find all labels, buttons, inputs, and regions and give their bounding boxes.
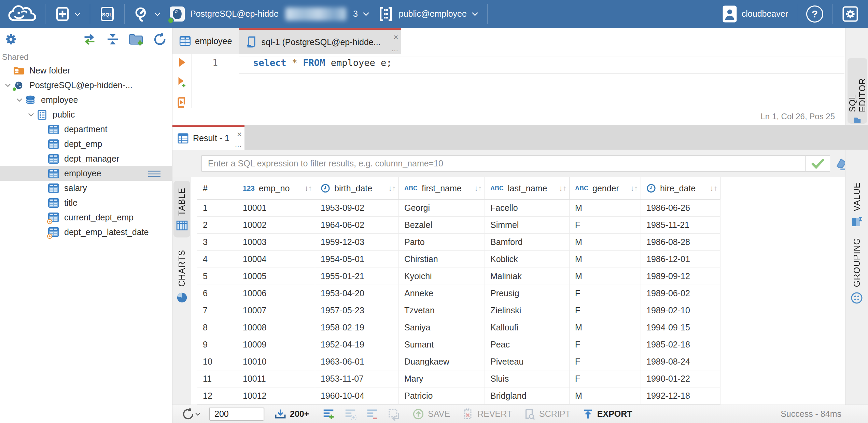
data-cell[interactable]: 1954-05-01 xyxy=(315,251,399,268)
tree-item-public[interactable]: public xyxy=(0,107,172,122)
data-cell[interactable]: 10006 xyxy=(237,285,315,302)
data-cell[interactable]: F xyxy=(570,217,641,234)
row-index-cell[interactable]: 8 xyxy=(197,319,237,336)
data-cell[interactable]: 1963-06-01 xyxy=(315,353,399,370)
close-icon[interactable]: × xyxy=(394,33,398,41)
data-cell[interactable]: M xyxy=(570,319,641,336)
data-cell[interactable]: Tzvetan xyxy=(399,302,485,319)
data-cell[interactable]: 1990-01-22 xyxy=(641,370,720,387)
tab-result-1[interactable]: Result - 1 × ... xyxy=(172,125,244,150)
data-cell[interactable]: 1959-12-03 xyxy=(315,234,399,251)
data-cell[interactable]: 10012 xyxy=(237,387,315,405)
data-cell[interactable]: Duangkaew xyxy=(399,353,485,370)
expander-chevron-icon[interactable] xyxy=(14,98,25,102)
execute-new-tab-icon[interactable] xyxy=(177,77,187,88)
data-cell[interactable]: Peac xyxy=(485,336,570,353)
data-cell[interactable]: 10011 xyxy=(237,370,315,387)
export-button[interactable]: EXPORT xyxy=(582,408,632,420)
data-cell[interactable]: Zielinski xyxy=(485,302,570,319)
data-cell[interactable]: 1994-09-15 xyxy=(641,319,720,336)
data-cell[interactable]: 1989-06-02 xyxy=(641,285,720,302)
tab-employee[interactable]: employee xyxy=(172,28,239,54)
sort-arrows-icon[interactable]: ↓↑ xyxy=(388,184,398,193)
data-cell[interactable]: 10007 xyxy=(237,302,315,319)
new-object-button[interactable] xyxy=(50,0,85,28)
collapse-all-button[interactable] xyxy=(106,33,120,47)
tab-charts-presentation[interactable]: CHARTS xyxy=(173,243,190,310)
data-cell[interactable]: F xyxy=(570,353,641,370)
data-cell[interactable]: F xyxy=(570,302,641,319)
data-cell[interactable]: Patricio xyxy=(399,387,485,405)
data-cell[interactable]: F xyxy=(570,370,641,387)
data-cell[interactable]: Anneke xyxy=(399,285,485,302)
sql-editor[interactable]: 1 select * FROM employee e; xyxy=(172,54,845,108)
data-cell[interactable]: 1985-02-18 xyxy=(641,336,720,353)
data-cell[interactable]: Chirstian xyxy=(399,251,485,268)
data-cell[interactable]: 1989-02-10 xyxy=(641,302,720,319)
item-menu-icon[interactable] xyxy=(148,170,161,180)
sort-arrows-icon[interactable]: ↓↑ xyxy=(710,184,720,193)
filter-input[interactable] xyxy=(202,156,805,171)
tree-item-employee[interactable]: employee xyxy=(0,166,172,181)
tab-overflow-icon[interactable]: ... xyxy=(235,141,242,148)
data-cell[interactable]: 10009 xyxy=(237,336,315,353)
data-cell[interactable]: 1964-06-02 xyxy=(315,217,399,234)
expander-chevron-icon[interactable] xyxy=(3,83,13,87)
help-button[interactable]: ? xyxy=(802,0,827,28)
sort-arrows-icon[interactable]: ↓↑ xyxy=(630,184,641,193)
data-cell[interactable]: Simmel xyxy=(485,217,570,234)
data-cell[interactable]: 1958-02-19 xyxy=(315,319,399,336)
save-button[interactable]: SAVE xyxy=(412,408,450,420)
column-header-index[interactable]: # xyxy=(197,177,237,200)
fetch-size-input[interactable] xyxy=(209,408,264,421)
apply-filter-button[interactable] xyxy=(805,156,830,171)
data-cell[interactable]: Kalloufi xyxy=(485,319,570,336)
data-cell[interactable]: M xyxy=(570,268,641,285)
sidebar-settings-button[interactable] xyxy=(4,32,18,47)
refresh-results-button[interactable] xyxy=(181,407,200,421)
data-cell[interactable]: 1986-08-28 xyxy=(641,234,720,251)
column-header-last_name[interactable]: ABClast_name↓↑ xyxy=(485,177,570,200)
data-cell[interactable]: Kyoichi xyxy=(399,268,485,285)
row-index-cell[interactable]: 5 xyxy=(197,268,237,285)
user-menu[interactable]: cloudbeaver xyxy=(717,0,792,28)
data-cell[interactable]: M xyxy=(570,234,641,251)
duplicate-row-button[interactable]: (+) xyxy=(344,408,357,421)
data-cell[interactable]: M xyxy=(570,251,641,268)
add-row-button[interactable] xyxy=(322,408,335,421)
tree-item-salary[interactable]: salary xyxy=(0,181,172,195)
data-cell[interactable]: M xyxy=(570,387,641,405)
code-area[interactable]: select * FROM employee e; xyxy=(239,54,845,108)
data-cell[interactable]: 1986-12-01 xyxy=(641,251,720,268)
tree-item-dept-emp-latest-date[interactable]: dept_emp_latest_date xyxy=(0,225,172,240)
data-cell[interactable]: Bezalel xyxy=(399,217,485,234)
row-index-cell[interactable]: 10 xyxy=(197,353,237,370)
close-icon[interactable]: × xyxy=(237,130,242,138)
data-cell[interactable]: Piveteau xyxy=(485,353,570,370)
data-cell[interactable]: 10010 xyxy=(237,353,315,370)
data-cell[interactable]: 1960-10-04 xyxy=(315,387,399,405)
execute-script-icon[interactable] xyxy=(177,97,187,108)
sort-arrows-icon[interactable]: ↓↑ xyxy=(559,184,569,193)
fetch-more-button[interactable]: 200+ xyxy=(274,408,309,420)
data-cell[interactable]: M xyxy=(570,200,641,217)
data-cell[interactable]: 1952-04-19 xyxy=(315,336,399,353)
row-index-cell[interactable]: 9 xyxy=(197,336,237,353)
data-cell[interactable]: 1989-08-24 xyxy=(641,353,720,370)
tree-item-employee[interactable]: employee xyxy=(0,93,172,107)
apply-changes-button[interactable] xyxy=(388,408,401,421)
data-cell[interactable]: 10001 xyxy=(237,200,315,217)
sort-arrows-icon[interactable]: ↓↑ xyxy=(305,184,315,193)
tree-item-title[interactable]: title xyxy=(0,195,172,210)
new-folder-button[interactable] xyxy=(128,32,144,47)
data-cell[interactable]: 10003 xyxy=(237,234,315,251)
data-cell[interactable]: 1953-11-07 xyxy=(315,370,399,387)
row-index-cell[interactable]: 12 xyxy=(197,387,237,405)
tree-item-dept-emp[interactable]: dept_emp xyxy=(0,137,172,151)
data-cell[interactable]: Bamford xyxy=(485,234,570,251)
settings-button[interactable] xyxy=(837,0,868,28)
data-cell[interactable]: Georgi xyxy=(399,200,485,217)
data-cell[interactable]: 1985-11-21 xyxy=(641,217,720,234)
revert-button[interactable]: REVERT xyxy=(462,408,512,420)
link-with-editor-button[interactable] xyxy=(82,33,97,47)
